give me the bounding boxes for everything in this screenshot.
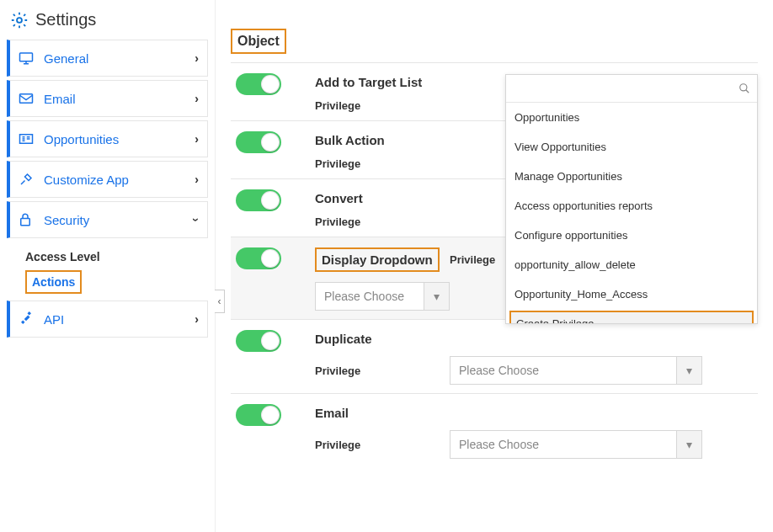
- lock-icon: [19, 212, 35, 227]
- sidebar-collapse-handle[interactable]: ‹: [215, 290, 225, 313]
- privilege-label: Privilege: [315, 99, 450, 112]
- search-icon: [737, 82, 752, 94]
- sidebar-item-label: Customize App: [44, 173, 195, 187]
- sidebar-item-label: Security: [44, 213, 195, 227]
- main-content: ‹ Object Add to Target List Privilege Bu…: [216, 0, 773, 532]
- privilege-option[interactable]: Opportunity_Home_Access: [506, 279, 757, 309]
- dropdown-value: Please Choose: [324, 290, 404, 303]
- privilege-options-list[interactable]: Opportunities View Opportunities Manage …: [506, 103, 757, 323]
- privilege-option[interactable]: Configure opportunities: [506, 221, 757, 250]
- privilege-search: [506, 75, 757, 103]
- plug-icon: [19, 311, 35, 327]
- privilege-option-create[interactable]: Create Privilege: [509, 311, 754, 323]
- privilege-dropdown-popup: Opportunities View Opportunities Manage …: [505, 74, 758, 324]
- monitor-icon: [19, 51, 35, 65]
- sidebar-item-general[interactable]: General ›: [7, 40, 208, 77]
- privilege-option[interactable]: View Opportunities: [506, 132, 757, 162]
- privilege-label: Privilege: [315, 215, 450, 228]
- page-title: Settings: [35, 10, 96, 29]
- mail-icon: [19, 93, 35, 104]
- toggle-switch[interactable]: [236, 247, 281, 269]
- chevron-down-icon: ▾: [676, 431, 701, 458]
- privilege-dropdown[interactable]: Please Choose ▾: [315, 282, 450, 311]
- privilege-search-input[interactable]: [511, 78, 737, 98]
- sidebar-item-api[interactable]: API ›: [7, 301, 208, 338]
- chevron-right-icon: ›: [195, 51, 199, 65]
- dropdown-value: Please Choose: [459, 364, 539, 377]
- list-icon: [19, 133, 35, 145]
- privilege-label: Privilege: [315, 157, 450, 170]
- action-row: Duplicate Privilege Please Choose ▾: [231, 320, 758, 394]
- svg-rect-2: [20, 94, 33, 104]
- sidebar-item-label: Opportunities: [44, 132, 195, 146]
- access-level-heading: Access Level: [7, 242, 208, 270]
- svg-point-5: [740, 84, 747, 91]
- action-title: Email: [315, 404, 758, 420]
- sidebar-item-customize-app[interactable]: Customize App ›: [7, 161, 208, 198]
- privilege-dropdown[interactable]: Please Choose ▾: [450, 356, 702, 385]
- privilege-option[interactable]: Manage Opportunities: [506, 162, 757, 191]
- sidebar-item-label: API: [44, 312, 195, 327]
- sidebar-item-opportunities[interactable]: Opportunities ›: [7, 120, 208, 157]
- toggle-switch[interactable]: [236, 189, 281, 211]
- svg-rect-4: [21, 219, 30, 226]
- sidebar-item-label: Email: [44, 92, 195, 106]
- toggle-switch[interactable]: [236, 330, 281, 352]
- svg-point-0: [17, 18, 22, 23]
- action-title: Display Dropdown: [315, 247, 440, 272]
- section-heading-object: Object: [231, 29, 286, 54]
- privilege-dropdown[interactable]: Please Choose ▾: [450, 430, 702, 459]
- gear-icon: [10, 11, 29, 29]
- privilege-label: Privilege: [315, 364, 450, 377]
- privilege-label: Privilege: [315, 439, 450, 451]
- privilege-option[interactable]: Access opportunities reports: [506, 191, 757, 221]
- chevron-right-icon: ›: [195, 312, 199, 326]
- chevron-down-icon: ▾: [676, 357, 701, 384]
- svg-rect-1: [20, 53, 33, 61]
- sidebar: Settings General › Email ›: [0, 0, 216, 532]
- settings-header: Settings: [7, 7, 208, 40]
- toggle-switch[interactable]: [236, 404, 281, 426]
- privilege-option[interactable]: opportunity_allow_delete: [506, 250, 757, 279]
- sidebar-item-email[interactable]: Email ›: [7, 80, 208, 117]
- svg-rect-3: [20, 135, 33, 144]
- chevron-right-icon: ›: [195, 92, 199, 105]
- sidebar-item-label: General: [44, 51, 195, 66]
- privilege-option[interactable]: Opportunities: [506, 103, 757, 132]
- action-row: Email Privilege Please Choose ▾: [231, 394, 758, 467]
- sidebar-item-security[interactable]: Security ›: [7, 201, 208, 238]
- toggle-switch[interactable]: [236, 73, 281, 95]
- tools-icon: [19, 172, 35, 187]
- action-title: Duplicate: [315, 330, 758, 346]
- toggle-switch[interactable]: [236, 131, 281, 153]
- dropdown-value: Please Choose: [459, 438, 539, 451]
- chevron-right-icon: ›: [195, 132, 199, 146]
- sidebar-subitem-actions[interactable]: Actions: [25, 270, 82, 294]
- chevron-down-icon: ▾: [424, 283, 449, 310]
- chevron-down-icon: ›: [190, 218, 204, 222]
- chevron-right-icon: ›: [195, 173, 199, 186]
